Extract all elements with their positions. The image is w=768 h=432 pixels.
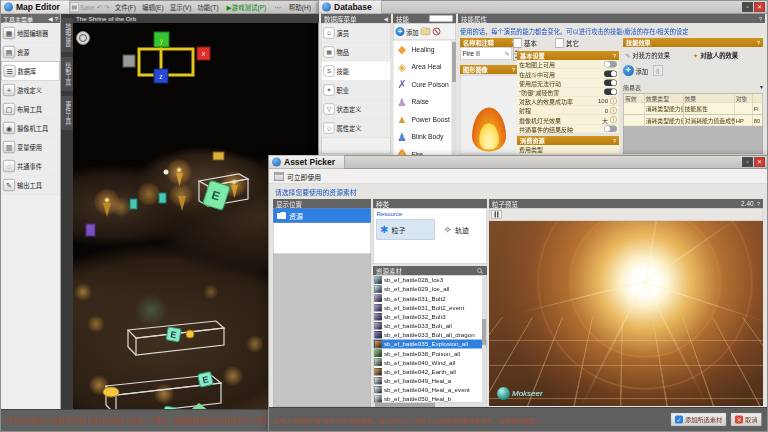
toggle-on[interactable] <box>604 89 617 96</box>
menu-item[interactable]: 功能(T) <box>194 2 221 12</box>
resource-item[interactable]: sb_ef_battle038_Poison_all <box>374 349 487 358</box>
map-editor-tab[interactable]: Map Editor <box>1 1 70 14</box>
info-icon[interactable]: i <box>610 107 617 114</box>
db-menu-item-attribute[interactable]: ◇属性定义 <box>322 119 391 138</box>
sidebar-item-map[interactable]: ▦地图编辑器 <box>1 24 60 43</box>
effects-view-dropdown[interactable]: 简易表▾ <box>623 83 763 92</box>
menu-item[interactable]: 显示(V) <box>167 2 195 12</box>
particle-preview[interactable]: Mokseer <box>489 221 763 406</box>
help-menu[interactable]: 帮助(H) <box>286 2 314 12</box>
menu-item[interactable]: 编辑(E) <box>139 2 167 12</box>
type-item-0[interactable]: ✱粒子 <box>377 220 435 240</box>
skill-list-scrollbar[interactable] <box>452 40 456 156</box>
resource-item[interactable]: sb_ef_battle049_Heal_a <box>374 376 487 385</box>
resource-item[interactable]: sb_ef_battle028_Ice3 <box>374 276 487 285</box>
resource-item[interactable]: sb_ef_battle029_Ice_all <box>374 285 487 294</box>
resource-item[interactable]: sb_ef_battle050_Heal_b <box>374 394 487 403</box>
sidebar-item-game[interactable]: +游戏定义 <box>1 81 60 100</box>
resource-item[interactable]: sb_ef_battle031_Bolt2 <box>374 294 487 303</box>
undo-button[interactable]: ↶ <box>97 3 102 11</box>
tab-basic[interactable]: 基本 <box>510 37 540 49</box>
resource-item[interactable]: sb_ef_battle033_Bolt_all <box>374 321 487 330</box>
cancel-button[interactable]: ✕取消 <box>731 413 762 427</box>
prop-label: 共通事件的结果反映 <box>519 124 604 133</box>
resource-item[interactable]: sb_ef_battle035_Explosion_all <box>374 340 487 349</box>
sidebar-item-common-event[interactable]: ◌共通事件 <box>1 157 60 176</box>
cost-row[interactable]: 费用类型 <box>517 145 619 154</box>
ap-close-button[interactable]: ✕ <box>754 157 765 167</box>
skill-item[interactable]: ◆Healing <box>394 41 452 59</box>
prop-row: 使用后无法行动 <box>517 78 619 87</box>
add-effect-button[interactable]: +添加 <box>623 65 648 76</box>
skill-item[interactable]: ♟Blink Body <box>394 128 452 146</box>
skill-item[interactable]: ▲Power Boost <box>394 111 452 129</box>
folder-icon[interactable] <box>421 28 430 35</box>
map-viewport[interactable]: The Shrine of the Orb E <box>73 14 319 409</box>
pause-button[interactable] <box>492 210 502 219</box>
resource-name: sb_ef_battle038_Poison_all <box>384 350 460 357</box>
sidebar-help-button[interactable]: ? <box>55 15 58 22</box>
sidebar-item-resource[interactable]: ▤资源 <box>1 43 60 62</box>
minimize-button[interactable]: ▫ <box>742 2 753 12</box>
redo-button[interactable]: ↷ <box>104 3 109 11</box>
resource-item[interactable]: sb_ef_battle042_Earth_all <box>374 367 487 376</box>
close-button[interactable]: ✕ <box>754 2 765 12</box>
db-menu-item-state[interactable]: ▽状态定义 <box>322 100 391 119</box>
skill-item[interactable]: ♟Raise <box>394 93 452 111</box>
add-skill-button[interactable]: +添加 <box>396 27 419 37</box>
db-menu-item-cast[interactable]: ☺演员 <box>322 24 391 43</box>
sidebar-collapse-button[interactable]: ◀ <box>48 15 53 22</box>
skill-icon-preview[interactable] <box>460 75 518 154</box>
edit-pencil-icon[interactable]: ✎ <box>504 50 509 57</box>
resource-item[interactable]: sb_ef_battle049_Heal_a_event <box>374 385 487 394</box>
sidebar-item-layout[interactable]: ▢布局工具 <box>1 100 60 119</box>
toggle-on[interactable] <box>604 79 617 86</box>
toggle-on[interactable] <box>604 70 617 77</box>
info-icon[interactable]: i <box>610 98 617 105</box>
info-icon[interactable]: i <box>610 116 617 123</box>
more-menu[interactable]: ⋯ <box>271 3 284 11</box>
skill-item[interactable]: ◈Area Heal <box>394 58 452 76</box>
resource-thumbnail <box>375 377 383 385</box>
viewport-tab-0[interactable]: 地图设置 <box>61 18 73 52</box>
skill-name-field[interactable]: Fire II✎ <box>460 47 512 60</box>
tab-other[interactable]: 其它 <box>552 37 582 49</box>
resource-scrollbar[interactable] <box>482 275 486 403</box>
tab-enemy-effects[interactable]: ✦对敌人的效果 <box>691 49 740 61</box>
effects-row[interactable]: 消耗类型能力值对消耗能力值造成伤害HP80 <box>624 114 763 126</box>
sidebar-item-export[interactable]: ✎输出工具 <box>1 176 60 195</box>
sidebar-item-database[interactable]: ☰数据库 <box>1 62 60 81</box>
resource-item[interactable]: sb_ef_battle040_Wind_all <box>374 358 487 367</box>
viewport-tab-1[interactable]: 绘制工具 <box>61 57 73 91</box>
effects-row[interactable]: 消耗类型能力值技能属性Fi <box>624 103 763 115</box>
db-menu-item-class[interactable]: ✦职业 <box>322 81 391 100</box>
search-icon[interactable] <box>477 268 482 273</box>
type-item-1[interactable]: ✧轨迹 <box>441 220 472 240</box>
confirm-button[interactable]: ✓添加所选素材 <box>670 413 726 427</box>
viewport-tab-2[interactable]: 事件工具 <box>61 96 73 130</box>
toggle-off[interactable] <box>604 125 617 132</box>
ap-minimize-button[interactable]: ▫ <box>742 157 753 167</box>
sidebar-item-variable[interactable]: ▥变量使用 <box>1 138 60 157</box>
resource-item[interactable]: sb_ef_battle031_Bolt2_event <box>374 303 487 312</box>
db-menu-collapse[interactable]: ◀ <box>383 15 388 22</box>
resource-item[interactable]: sb_ef_battle033_Bolt_all_dragon <box>374 330 487 339</box>
playtest-menu[interactable]: ▶游戏测试(P) <box>224 2 270 12</box>
resource-item[interactable]: sb_ef_battle032_Bolt3 <box>374 312 487 321</box>
menu-item[interactable]: 文件(F) <box>112 2 139 12</box>
db-menu-item-item[interactable]: ▦物品 <box>322 43 391 62</box>
save-button[interactable]: ▤Save <box>70 3 95 12</box>
toggle-off[interactable] <box>604 61 617 68</box>
skill-item[interactable]: ✗Cure Poison <box>394 76 452 94</box>
delete-effect-icon[interactable]: ▯ <box>653 66 663 76</box>
resource-thumbnail <box>375 285 383 293</box>
db-menu-item-skill[interactable]: S技能 <box>322 62 391 81</box>
database-tab[interactable]: Database <box>319 1 382 14</box>
sidebar-item-camera[interactable]: ◉摄像机工具 <box>1 119 60 138</box>
variable-icon: ▥ <box>3 141 15 153</box>
raise-icon: ♟ <box>396 95 409 108</box>
skill-search-input[interactable] <box>429 15 453 22</box>
disable-icon[interactable] <box>433 28 441 36</box>
prop-value: 大 <box>602 115 608 124</box>
tab-ally-effects[interactable]: ✎对我方的效果 <box>623 49 672 61</box>
